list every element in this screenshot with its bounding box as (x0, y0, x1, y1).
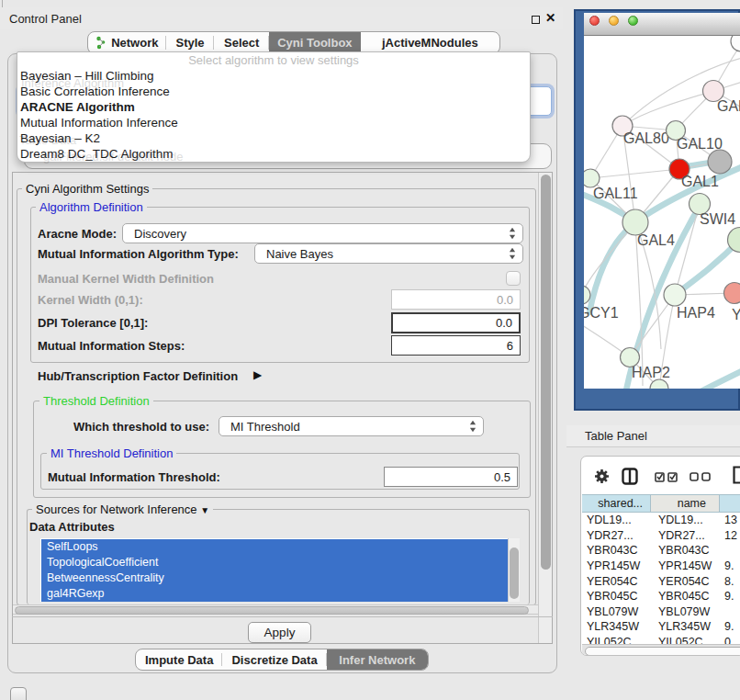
float-icon[interactable] (532, 16, 540, 24)
bottom-tab-impute-data[interactable]: Impute Data (136, 649, 222, 670)
gear-icon[interactable] (594, 469, 610, 484)
graph-node-label: GAL11 (593, 186, 638, 201)
settings-vscrollbar-thumb[interactable] (541, 175, 551, 570)
column-header-name[interactable]: name (651, 494, 720, 513)
apply-button[interactable]: Apply (248, 622, 311, 643)
document-icon[interactable] (733, 466, 740, 484)
table-row[interactable]: YBR045CYBR045C9. (582, 589, 740, 604)
network-window-titlebar[interactable] (584, 13, 740, 36)
manual-kernel-checkbox[interactable] (506, 271, 521, 286)
dropdown-item[interactable]: Basic Correlation Inference (17, 84, 530, 99)
column-header-shared[interactable]: shared... (582, 494, 651, 513)
tab-cyni-toolbox[interactable]: Cyni Toolbox (269, 32, 361, 53)
list-vscrollbar-thumb[interactable] (510, 548, 519, 599)
top-left-divider (2, 0, 3, 7)
control-panel-titlebar: Control Panel ✕ (0, 7, 563, 29)
network-icon (95, 36, 107, 50)
attribute-list-item[interactable]: gal4RGexp (41, 586, 508, 602)
graph-node-label: HAP4 (677, 305, 715, 321)
settings-hscrollbar-thumb[interactable] (15, 606, 529, 615)
dropdown-item[interactable]: Bayesian – Hill Climbing (17, 68, 530, 84)
data-attributes-list[interactable]: SelfLoopsTopologicalCoefficientBetweenne… (40, 538, 520, 602)
graph-node-label: GAL4 (637, 232, 675, 248)
graph-node[interactable] (584, 169, 600, 187)
threshold-definition-title: Threshold Definition (39, 394, 153, 408)
which-threshold-combo[interactable]: MI Threshold (219, 416, 484, 436)
graph-node[interactable] (664, 284, 686, 306)
network-window: GALGAL80GAL10GAL1GAL11SWI4GAL4GCY1HAP4YH… (574, 9, 740, 411)
tab-jactivemnodules[interactable]: jActiveMNodules (361, 32, 499, 53)
close-icon[interactable]: ✕ (545, 10, 555, 25)
dropdown-prompt: Select algorithm to view settings (17, 52, 530, 68)
dropdown-item[interactable]: ARACNE Algorithm (17, 99, 530, 115)
dpi-tolerance-label: DPI Tolerance [0,1]: (38, 316, 148, 330)
graph-node[interactable] (650, 379, 668, 389)
list-vscrollbar[interactable] (508, 538, 520, 602)
table-row[interactable]: YDL19...YDL19...13 (582, 513, 740, 528)
settings-vscrollbar[interactable] (538, 173, 552, 643)
manual-kernel-label: Manual Kernel Width Definition (38, 272, 214, 286)
mi-steps-label: Mutual Information Steps: (38, 339, 185, 353)
graph-node-label: GAL1 (681, 174, 719, 189)
graph-node-label: GAL10 (677, 136, 723, 152)
kernel-width-label: Kernel Width (0,1): (38, 293, 143, 307)
column-header-extra[interactable] (720, 494, 740, 513)
hub-expand-icon[interactable]: ▶ (253, 368, 262, 381)
graph-node-label: Y (732, 307, 740, 322)
hub-definition-label[interactable]: Hub/Transcription Factor Definition (38, 369, 238, 383)
zoom-traffic-light[interactable] (628, 16, 638, 26)
dropdown-item[interactable]: Mutual Information Inference (17, 115, 530, 130)
kernel-width-input[interactable]: 0.0 (391, 289, 521, 310)
mi-type-label: Mutual Information Algorithm Type: (38, 247, 239, 261)
attribute-list-item[interactable]: BetweennessCentrality (41, 570, 508, 586)
graph-node[interactable] (731, 36, 740, 51)
table-hscrollbar[interactable] (582, 644, 740, 656)
graph-node[interactable] (708, 150, 732, 174)
deselect-all-checkboxes-icon[interactable] (690, 472, 712, 481)
table-panel-titlebar: Table Panel (566, 425, 740, 447)
table-row[interactable]: YER054CYER054C8. (582, 573, 740, 589)
bottom-tab-infer-network[interactable]: Infer Network (327, 649, 428, 670)
graph-node[interactable] (724, 283, 740, 304)
table-row[interactable]: YBR043CYBR043C (582, 543, 740, 559)
tab-style[interactable]: Style (166, 32, 215, 53)
algorithm-dropdown: Inference Algorithm Table Data galFilter… (17, 51, 531, 163)
dropdown-item[interactable]: Dream8 DC_TDC Algorithm (17, 146, 530, 162)
table-rows: YDL19...YDL19...13YDR27...YDR27...12YBR0… (582, 513, 740, 644)
cyni-settings-group-title: Cyni Algorithm Settings (22, 182, 152, 196)
split-columns-icon[interactable] (622, 468, 638, 485)
table-row[interactable]: YPR145WYPR145W9. (582, 559, 740, 574)
tab-network[interactable]: Network (88, 32, 166, 53)
combo-arrows-icon (469, 421, 477, 433)
table-header: shared... name (582, 494, 740, 513)
minimized-window-icon[interactable] (10, 687, 27, 700)
minimize-traffic-light[interactable] (609, 16, 619, 26)
table-row[interactable]: YLR345WYLR345W9. (582, 619, 740, 635)
sources-group-title[interactable]: Sources for Network Inference ▼ (32, 502, 213, 516)
dropdown-item[interactable]: Bayesian – K2 (17, 130, 530, 146)
close-traffic-light[interactable] (589, 16, 600, 26)
table-row[interactable]: YDR27...YDR27...12 (582, 528, 740, 544)
network-canvas[interactable]: GALGAL80GAL10GAL1GAL11SWI4GAL4GCY1HAP4YH… (584, 36, 740, 389)
data-attributes-label: Data Attributes (29, 520, 115, 534)
select-all-checkboxes-icon[interactable] (655, 472, 678, 482)
mi-steps-input[interactable]: 6 (391, 335, 521, 356)
table-row[interactable]: YBL079WYBL079W (582, 604, 740, 620)
combo-arrows-icon (509, 228, 516, 240)
bottom-tabs: Impute DataDiscretize DataInfer Network (135, 649, 429, 671)
aracne-mode-label: Aracne Mode: (38, 227, 117, 241)
bottom-tab-discretize-data[interactable]: Discretize Data (222, 649, 326, 670)
table-hscrollbar-thumb[interactable] (585, 647, 740, 656)
mi-threshold-input[interactable]: 0.5 (384, 467, 518, 487)
graph-node[interactable] (622, 209, 648, 235)
mi-type-combo[interactable]: Naive Bayes (254, 243, 523, 264)
dpi-tolerance-input[interactable]: 0.0 (391, 312, 521, 333)
tab-select[interactable]: Select (214, 32, 269, 53)
combo-arrows-icon (509, 248, 516, 260)
sources-collapse-icon[interactable]: ▼ (200, 505, 209, 515)
table-row[interactable]: YIL052CYIL052C0. (582, 635, 740, 644)
aracne-mode-combo[interactable]: Discovery (122, 223, 523, 243)
attribute-list-item[interactable]: TopologicalCoefficient (41, 555, 508, 570)
settings-hscrollbar[interactable] (13, 604, 538, 615)
attribute-list-item[interactable]: SelfLoops (41, 539, 508, 555)
